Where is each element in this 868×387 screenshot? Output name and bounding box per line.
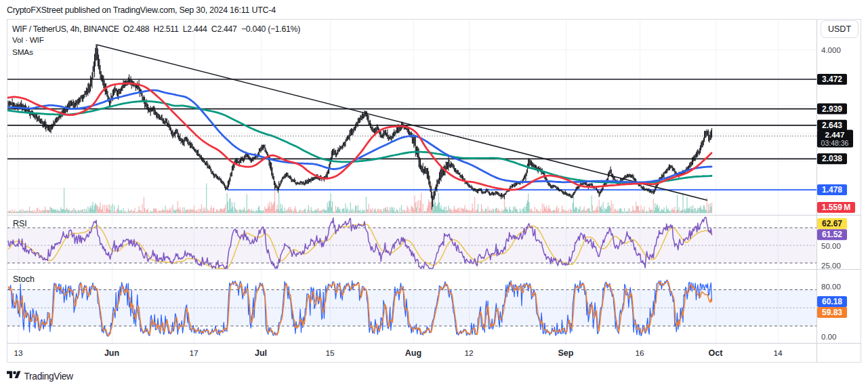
- svg-text:60.18: 60.18: [822, 297, 842, 306]
- svg-text:16: 16: [635, 348, 644, 358]
- svg-text:12: 12: [464, 348, 473, 358]
- svg-text:1.478: 1.478: [822, 185, 842, 195]
- svg-text:2.939: 2.939: [822, 104, 842, 114]
- svg-text:59.83: 59.83: [822, 308, 842, 317]
- svg-text:USDT: USDT: [828, 24, 851, 34]
- svg-text:3.472: 3.472: [822, 75, 842, 84]
- svg-text:0.00: 0.00: [821, 333, 836, 341]
- svg-text:Oct: Oct: [709, 348, 724, 358]
- svg-text:2.447: 2.447: [825, 131, 845, 139]
- svg-text:Jun: Jun: [104, 348, 119, 358]
- svg-text:Vol · WIF: Vol · WIF: [12, 35, 44, 45]
- svg-text:Stoch: Stoch: [13, 274, 35, 284]
- svg-text:1.559 M: 1.559 M: [822, 203, 850, 212]
- svg-text:13: 13: [14, 348, 23, 358]
- svg-text:15: 15: [325, 348, 335, 358]
- svg-text:Aug: Aug: [405, 348, 421, 358]
- svg-text:25.00: 25.00: [821, 262, 841, 270]
- svg-text:2.643: 2.643: [822, 121, 842, 130]
- svg-text:2.038: 2.038: [822, 154, 842, 163]
- svg-text:Jul: Jul: [255, 348, 267, 358]
- svg-text:62.67: 62.67: [822, 219, 842, 228]
- svg-text:WIF / TetherUS, 4h, BINANCE O: WIF / TetherUS, 4h, BINANCE O2.488 H2.51…: [12, 24, 300, 34]
- svg-text:14: 14: [773, 348, 783, 358]
- svg-text:80.00: 80.00: [821, 283, 841, 291]
- svg-text:03:48:36: 03:48:36: [821, 139, 849, 147]
- svg-text:CryptoFXStreet published on Tr: CryptoFXStreet published on TradingView.…: [7, 5, 276, 15]
- svg-text:Sep: Sep: [558, 348, 574, 358]
- svg-text:61.52: 61.52: [822, 230, 842, 239]
- svg-text:4.000: 4.000: [821, 46, 841, 54]
- svg-text:50.00: 50.00: [821, 242, 841, 250]
- svg-text:17: 17: [189, 348, 198, 358]
- svg-text:RSI: RSI: [13, 219, 27, 228]
- svg-text:SMAs: SMAs: [12, 47, 33, 57]
- svg-text:TradingView: TradingView: [24, 371, 73, 382]
